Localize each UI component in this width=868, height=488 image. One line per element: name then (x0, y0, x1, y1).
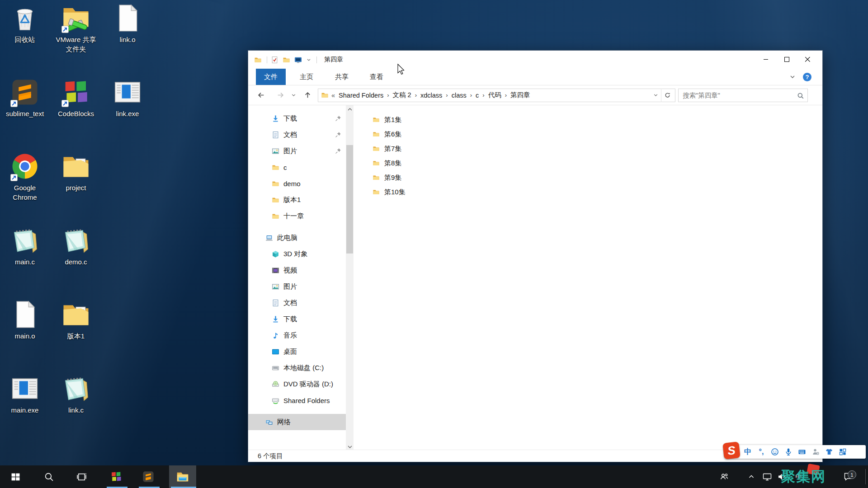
file-list-item[interactable]: 第10集 (358, 185, 820, 199)
computer-icon[interactable] (294, 56, 302, 64)
tray-people-button[interactable] (717, 465, 731, 488)
desktop-icon-main-o[interactable]: main.o (0, 299, 50, 341)
refresh-button[interactable] (661, 89, 673, 102)
breadcrumb-item[interactable]: 代码 (488, 91, 501, 99)
sidebar-item-folder-demo[interactable]: demo (248, 175, 346, 192)
sidebar-item-3d-objects[interactable]: 3D 对象 (248, 246, 346, 262)
start-button[interactable] (5, 465, 26, 488)
ime-voice-button[interactable] (782, 445, 795, 459)
ime-keyboard-button[interactable] (795, 445, 809, 459)
ime-emoji-button[interactable] (768, 445, 782, 459)
desktop-icon-sublime-text[interactable]: sublime_text (0, 77, 50, 118)
properties-check-icon[interactable] (271, 56, 278, 64)
breadcrumb-separator[interactable]: › (415, 92, 417, 99)
breadcrumb-item[interactable]: 文稿 2 (393, 91, 411, 99)
sidebar-item-pictures[interactable]: 图片 (248, 143, 346, 159)
tab-share[interactable]: 共享 (328, 69, 355, 85)
taskbar-app-file-explorer[interactable] (169, 465, 196, 488)
file-list-item[interactable]: 第6集 (358, 127, 820, 141)
scrollbar-thumb[interactable] (346, 145, 353, 253)
breadcrumb-separator[interactable]: › (482, 92, 484, 99)
tab-file[interactable]: 文件 (256, 69, 286, 85)
sidebar-item-folder-version1[interactable]: 版本1 (248, 192, 346, 208)
breadcrumb-separator[interactable]: › (470, 92, 472, 99)
sidebar-item-documents-pc[interactable]: 文档 (248, 295, 346, 311)
help-button[interactable]: ? (803, 69, 811, 85)
sidebar-item-folder-chapter11[interactable]: 十一章 (248, 208, 346, 224)
breadcrumb-item[interactable]: 第四章 (510, 91, 530, 99)
forward-button[interactable] (274, 89, 287, 102)
action-center-button[interactable]: 1 (840, 465, 856, 488)
breadcrumb-item[interactable]: xdclass (420, 92, 442, 99)
search-input[interactable] (679, 89, 807, 102)
taskbar-app-sublime-text[interactable] (137, 465, 160, 488)
scroll-up-button[interactable] (346, 105, 354, 113)
title-bar[interactable]: 第四章 (248, 51, 822, 69)
ime-chinese-mode-button[interactable]: 中 (741, 445, 755, 459)
ime-punctuation-button[interactable]: °, (755, 445, 768, 459)
up-button[interactable] (301, 89, 314, 102)
back-button[interactable] (254, 89, 268, 102)
sidebar-item-videos[interactable]: 视频 (248, 262, 346, 278)
desktop-icon-main-exe[interactable]: main.exe (0, 373, 50, 415)
sidebar-item-shared-folders[interactable]: Shared Folders (248, 392, 346, 408)
file-list-item[interactable]: 第1集 (358, 113, 820, 127)
file-list-item[interactable]: 第9集 (358, 170, 820, 185)
file-list-item[interactable]: 第8集 (358, 156, 820, 170)
sidebar-item-downloads[interactable]: 下载 (248, 110, 346, 127)
sogou-logo[interactable]: S (722, 441, 741, 460)
ime-skin-button[interactable] (822, 445, 836, 459)
new-folder-icon[interactable] (283, 56, 290, 64)
sidebar-item-desktop[interactable]: 桌面 (248, 343, 346, 360)
minimize-button[interactable] (755, 51, 776, 68)
breadcrumb-separator[interactable]: › (446, 92, 448, 99)
tray-show-hidden-icons-button[interactable] (745, 465, 758, 488)
folder-icon[interactable] (254, 56, 262, 64)
desktop-icon-vmware-shared-folder[interactable]: VMware 共享文件夹 (51, 3, 101, 54)
sidebar-item-pictures-pc[interactable]: 图片 (248, 278, 346, 295)
taskbar-search-button[interactable] (38, 465, 59, 488)
maximize-button[interactable] (776, 51, 797, 68)
tray-ime-mode-button[interactable]: 中 (792, 465, 806, 488)
tab-view[interactable]: 查看 (363, 69, 390, 85)
tray-network-button[interactable] (760, 465, 774, 488)
desktop-icon-link-c[interactable]: link.c (51, 373, 101, 415)
show-desktop-button[interactable] (865, 469, 868, 484)
task-view-button[interactable] (71, 465, 92, 488)
navigation-scrollbar[interactable] (346, 105, 354, 451)
expand-ribbon-button[interactable] (789, 69, 796, 85)
file-list-item[interactable]: 第7集 (358, 141, 820, 156)
tab-home[interactable]: 主页 (293, 69, 320, 85)
breadcrumb-separator[interactable]: › (505, 92, 507, 99)
sidebar-item-dvd-drive-d[interactable]: DVD 驱动器 (D:) (248, 376, 346, 392)
sidebar-item-local-disk-c[interactable]: 本地磁盘 (C:) (248, 360, 346, 376)
taskbar-app-codeblocks[interactable] (105, 465, 127, 488)
sidebar-item-this-pc[interactable]: 此电脑 (248, 230, 346, 246)
breadcrumb-separator[interactable]: › (387, 92, 389, 99)
sidebar-item-network[interactable]: 网络 (248, 414, 346, 430)
desktop-icon-version1[interactable]: 版本1 (51, 299, 101, 341)
desktop-icon-link-exe[interactable]: link.exe (103, 77, 152, 118)
desktop-icon-codeblocks[interactable]: CodeBlocks (51, 77, 101, 118)
customize-toolbar-chevron-icon[interactable] (306, 56, 311, 64)
desktop-icon-google-chrome[interactable]: Google Chrome (0, 151, 50, 202)
address-bar[interactable]: « Shared Folders › 文稿 2 › xdclass › clas… (318, 89, 675, 102)
breadcrumb-item[interactable]: c (476, 92, 479, 99)
search-icon[interactable] (797, 92, 804, 99)
sidebar-item-music[interactable]: 音乐 (248, 327, 346, 343)
desktop-icon-recycle-bin[interactable]: 回收站 (0, 3, 50, 44)
sidebar-item-documents[interactable]: 文档 (248, 127, 346, 143)
breadcrumb-item[interactable]: Shared Folders (339, 92, 383, 99)
desktop-icon-link-o[interactable]: link.o (103, 3, 152, 44)
sidebar-item-downloads-pc[interactable]: 下载 (248, 311, 346, 327)
tray-volume-muted-button[interactable] (775, 465, 789, 488)
desktop-icon-demo-c[interactable]: demo.c (51, 225, 101, 267)
close-button[interactable] (797, 51, 818, 68)
desktop-icon-project[interactable]: project (51, 151, 101, 192)
address-dropdown-button[interactable] (650, 89, 661, 102)
breadcrumb-overflow[interactable]: « (331, 92, 335, 99)
ime-account-button[interactable] (809, 445, 822, 459)
desktop-icon-main-c[interactable]: main.c (0, 225, 50, 267)
recent-locations-button[interactable] (289, 89, 297, 102)
breadcrumb-item[interactable]: class (452, 92, 467, 99)
